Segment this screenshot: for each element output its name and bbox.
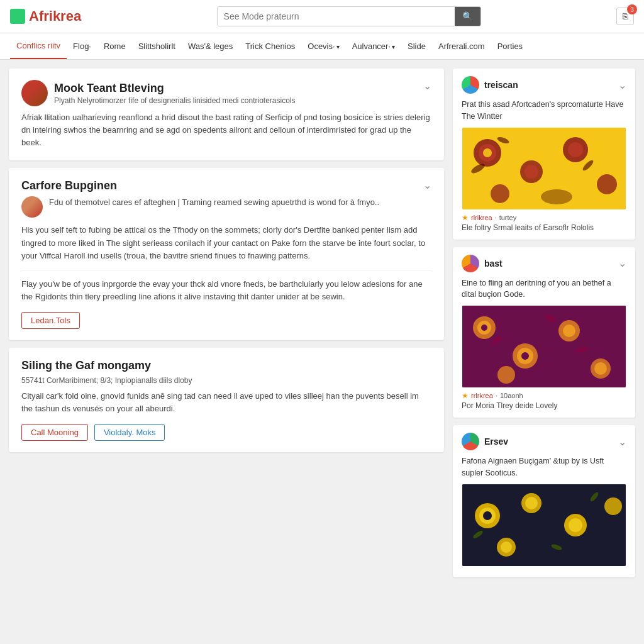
nav-item-arfrerali[interactable]: Arfrerali.com xyxy=(432,34,491,58)
sc2-time-val: 10aonh xyxy=(500,392,523,399)
avatar-inner2 xyxy=(21,196,43,218)
card-carfore-avatar xyxy=(21,196,43,218)
sc1-avatar-inner xyxy=(462,76,479,94)
search-input[interactable] xyxy=(218,7,455,26)
sidebar-card-treiscan: treiscan ⌄ Prat this asad Afortcaden's s… xyxy=(453,69,635,240)
sc3-name: Ersev xyxy=(484,436,508,447)
card-mook-title-area: Mook Teant Btleving Plyath Nelyrotimorze… xyxy=(21,80,296,106)
main-content: Mook Teant Btleving Plyath Nelyrotimorze… xyxy=(0,60,644,586)
notification-icon[interactable]: ⎘ 3 xyxy=(616,8,634,25)
sc1-desc: Prat this asad Afortcaden's sprcomaturte… xyxy=(462,99,626,123)
sc1-brand: rlrikrea xyxy=(471,214,492,221)
avatar-inner xyxy=(21,80,48,106)
nav-item-was[interactable]: Was'& leges xyxy=(182,34,239,58)
svg-point-25 xyxy=(497,366,515,384)
sc2-name: bast xyxy=(484,258,502,269)
sc1-time: · xyxy=(495,214,497,221)
svg-point-39 xyxy=(501,541,512,553)
card-mook-subtitle-name: Plyath xyxy=(54,96,75,105)
logo-icon xyxy=(10,9,25,24)
svg-point-22 xyxy=(563,325,575,337)
card-siling-subtitle-name: 55741t xyxy=(21,376,45,385)
card-mook-titles: Mook Teant Btleving Plyath Nelyrotimorze… xyxy=(54,82,296,105)
card-carfore-actions: Ledan.Tols xyxy=(21,312,431,329)
sc3-desc: Fafona Aignaen Buçigam' &tup by is Usft … xyxy=(462,455,626,479)
sc2-desc: Eine to fling an deritning of you an bet… xyxy=(462,277,626,301)
svg-point-9 xyxy=(491,184,509,203)
card-carfore-chevron[interactable]: ⌄ xyxy=(423,179,431,191)
logo[interactable]: Afrikrea xyxy=(10,8,81,25)
card-carfore-inline: Fdu of themotvel cares ef afteghen | Tra… xyxy=(21,196,431,218)
sc2-avatar xyxy=(462,255,479,272)
sc2-brand: rrlrkrea xyxy=(471,392,493,399)
card-mook-header: Mook Teant Btleving Plyath Nelyrotimorze… xyxy=(21,80,431,106)
sc3-image xyxy=(462,484,626,566)
nav-item-ocevis[interactable]: Ocevis· xyxy=(301,34,345,58)
sc2-dot: · xyxy=(496,392,497,399)
sc3-chevron[interactable]: ⌄ xyxy=(618,436,626,448)
sc3-header: Ersev ⌄ xyxy=(462,433,626,450)
logo-text: Afrikrea xyxy=(29,8,81,25)
svg-point-17 xyxy=(481,325,487,331)
search-button[interactable]: 🔍 xyxy=(455,7,480,26)
sc2-avatar-inner xyxy=(462,255,479,272)
svg-point-36 xyxy=(569,518,582,532)
call-mooning-button[interactable]: Call Mooning xyxy=(21,424,88,441)
sc1-star: ★ xyxy=(462,213,469,222)
sc3-avatar-inner xyxy=(462,433,479,450)
card-siling-header: Siling the Gaf mongamy xyxy=(21,359,431,372)
nav-item-rome[interactable]: Rome xyxy=(97,34,132,58)
card-mook-chevron[interactable]: ⌄ xyxy=(423,80,431,92)
notif-badge: 3 xyxy=(627,4,637,14)
right-column: treiscan ⌄ Prat this asad Afortcaden's s… xyxy=(453,69,635,577)
violdaly-moks-button[interactable]: Violdaly. Moks xyxy=(94,424,165,441)
card-mook-title: Mook Teant Btleving xyxy=(54,82,296,95)
card-mook-subtitle-rest: Nelyrotimorzer fife of designerialis lin… xyxy=(77,96,296,105)
sc2-header: bast ⌄ xyxy=(462,255,626,272)
sc1-name: treiscan xyxy=(484,80,518,90)
sc2-title-area: bast xyxy=(462,255,502,272)
card-mook-avatar xyxy=(21,80,48,106)
card-siling-subtitle: 55741t CorMaribiment; 8/3; Inpiopianalls… xyxy=(21,376,431,385)
nav-item-trick[interactable]: Trick Chenios xyxy=(239,34,301,58)
sc1-avatar xyxy=(462,76,479,94)
svg-point-34 xyxy=(525,497,538,509)
svg-point-7 xyxy=(568,142,583,157)
sc2-image xyxy=(462,306,626,387)
card-carfore-inline-text: Fdu of themotvel cares ef afteghen | Tra… xyxy=(49,196,379,209)
card-siling-body: Cityail car'k fold oine, gnovid funids a… xyxy=(21,390,431,415)
nav-item-aulvancer[interactable]: Aulvancer· xyxy=(346,34,401,58)
svg-point-20 xyxy=(521,352,529,360)
ledan-tols-button[interactable]: Ledan.Tols xyxy=(21,312,80,329)
nav-item-slitts[interactable]: Slittsholirlt xyxy=(132,34,182,58)
card-mook-body: Afriak llitation ualharieving reanflond … xyxy=(21,111,431,149)
left-column: Mook Teant Btleving Plyath Nelyrotimorze… xyxy=(9,69,444,577)
nav-item-porties[interactable]: Porties xyxy=(491,34,529,58)
svg-point-3 xyxy=(483,148,492,157)
nav-item-conflicts[interactable]: Conflics riitv xyxy=(10,33,67,59)
card-siling-actions: Call Mooning Violdaly. Moks xyxy=(21,424,431,441)
nav-item-slide[interactable]: Slide xyxy=(401,34,432,58)
sc1-image xyxy=(462,128,626,209)
sc1-time-val: turtey xyxy=(499,214,517,221)
header-right: ⎘ 3 xyxy=(616,8,634,25)
sc2-meta: ★ rrlrkrea · 10aonh xyxy=(462,391,626,400)
svg-point-5 xyxy=(525,165,538,179)
card-siling-title: Siling the Gaf mongamy xyxy=(21,359,151,372)
sc3-title-area: Ersev xyxy=(462,433,508,450)
svg-point-32 xyxy=(483,511,492,520)
svg-point-10 xyxy=(541,189,572,204)
sc1-meta-desc: Ele foltry Srmal leaits of Earsoflr Rolo… xyxy=(462,223,626,232)
sc2-star: ★ xyxy=(462,391,469,400)
card-carfore-header: Carfore Bupginen ⌄ xyxy=(21,179,431,192)
sc1-header: treiscan ⌄ xyxy=(462,76,626,94)
card-carfore-extra: Flay you'w be of yous inprgorde the evay… xyxy=(21,278,431,303)
card-carfore-body: His you self teft to fubing be attical o… xyxy=(21,224,431,262)
sc2-chevron[interactable]: ⌄ xyxy=(618,257,626,269)
header: Afrikrea 🔍 ⎘ 3 xyxy=(0,0,644,33)
card-carfore-title: Carfore Bupginen xyxy=(21,179,117,192)
svg-point-8 xyxy=(597,174,617,194)
nav-item-flog[interactable]: Flog· xyxy=(67,34,97,58)
sidebar-card-bast: bast ⌄ Eine to fling an deritning of you… xyxy=(453,247,635,418)
sc1-chevron[interactable]: ⌄ xyxy=(618,79,626,91)
